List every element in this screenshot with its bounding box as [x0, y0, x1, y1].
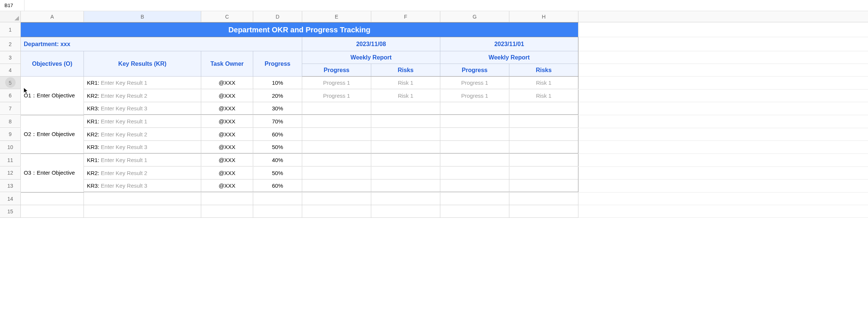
- cell-d14[interactable]: [253, 192, 302, 205]
- row-header-10[interactable]: 10: [0, 141, 21, 153]
- progress-cell-o1-2[interactable]: 20%: [253, 90, 302, 102]
- col-header-d[interactable]: D: [253, 11, 302, 22]
- cell-a14[interactable]: [21, 192, 84, 205]
- cell-a15[interactable]: [21, 205, 84, 218]
- cell-extra-5[interactable]: [578, 77, 868, 90]
- progress-cell-o1-1[interactable]: 10%: [253, 77, 302, 89]
- risks-sub-header-2[interactable]: Risks: [509, 64, 578, 77]
- progress-cell-o3-1[interactable]: 40%: [253, 154, 302, 166]
- col-header-h[interactable]: H: [509, 11, 578, 22]
- department-cell[interactable]: Department: xxx: [21, 37, 302, 51]
- cell-f14[interactable]: [371, 192, 440, 205]
- progress-cell-o2-1[interactable]: 70%: [253, 115, 302, 128]
- progress-sub-header-2[interactable]: Progress: [440, 64, 509, 77]
- cell-e14[interactable]: [302, 192, 371, 205]
- report2-progress-o3-3[interactable]: [440, 179, 509, 192]
- row-header-15[interactable]: 15: [0, 205, 21, 218]
- cell-extra-10[interactable]: [578, 141, 868, 154]
- col-header-c[interactable]: C: [201, 11, 253, 22]
- row-header-6[interactable]: 6: [0, 90, 21, 102]
- cell-h15[interactable]: [509, 205, 578, 218]
- cell-extra-6[interactable]: [578, 90, 868, 103]
- report2-progress-o3-2[interactable]: [440, 167, 509, 179]
- owner-cell-o1-2[interactable]: @XXX: [201, 90, 253, 102]
- report1-progress-o2-2[interactable]: [302, 128, 371, 141]
- col-header-f[interactable]: F: [371, 11, 440, 22]
- report2-progress-o2-3[interactable]: [440, 141, 509, 153]
- report2-progress-o1-2[interactable]: Progress 1: [440, 90, 509, 102]
- report2-progress-o1-1[interactable]: Progress 1: [440, 77, 509, 89]
- report1-progress-o2-3[interactable]: [302, 141, 371, 153]
- cell-extra-1[interactable]: [578, 22, 868, 37]
- objective-cell-3[interactable]: O3：Enter Objective: [21, 154, 84, 192]
- cell-c15[interactable]: [201, 205, 253, 218]
- date-cell-1[interactable]: 2023/11/08: [302, 37, 440, 51]
- cell-extra-8[interactable]: [578, 115, 868, 128]
- report1-risk-o1-3[interactable]: [371, 102, 440, 115]
- col-header-e[interactable]: E: [302, 11, 371, 22]
- row-header-8[interactable]: 8: [0, 115, 21, 128]
- kr-cell-o2-1[interactable]: KR1: Enter Key Result 1: [84, 115, 201, 128]
- report1-progress-o3-1[interactable]: [302, 154, 371, 166]
- row-header-14[interactable]: 14: [0, 192, 21, 205]
- report2-progress-o2-1[interactable]: [440, 115, 509, 128]
- report1-risk-o2-2[interactable]: [371, 128, 440, 141]
- objective-cell-2[interactable]: O2：Enter Objective: [21, 115, 84, 154]
- owner-cell-o3-3[interactable]: @XXX: [201, 179, 253, 192]
- report1-risk-o1-1[interactable]: Risk 1: [371, 77, 440, 89]
- report1-progress-o1-2[interactable]: Progress 1: [302, 90, 371, 102]
- report2-risk-o2-1[interactable]: [509, 115, 578, 128]
- cell-extra-11[interactable]: [578, 154, 868, 167]
- cell-h14[interactable]: [509, 192, 578, 205]
- kr-cell-o2-3[interactable]: KR3: Enter Key Result 3: [84, 141, 201, 153]
- progress-sub-header-1[interactable]: Progress: [302, 64, 371, 77]
- row-header-4[interactable]: 4: [0, 64, 21, 77]
- report1-risk-o2-1[interactable]: [371, 115, 440, 128]
- progress-header[interactable]: Progress: [253, 51, 302, 77]
- kr-cell-o3-3[interactable]: KR3: Enter Key Result 3: [84, 179, 201, 192]
- report2-risk-o2-2[interactable]: [509, 128, 578, 141]
- report1-progress-o2-1[interactable]: [302, 115, 371, 128]
- report2-risk-o3-1[interactable]: [509, 154, 578, 166]
- owner-cell-o2-3[interactable]: @XXX: [201, 141, 253, 153]
- report2-risk-o1-2[interactable]: Risk 1: [509, 90, 578, 102]
- report2-progress-o1-3[interactable]: [440, 102, 509, 115]
- col-header-a[interactable]: A: [21, 11, 84, 22]
- owner-cell-o3-1[interactable]: @XXX: [201, 154, 253, 166]
- progress-cell-o3-3[interactable]: 60%: [253, 179, 302, 192]
- cell-extra-7[interactable]: [578, 102, 868, 115]
- report1-risk-o2-3[interactable]: [371, 141, 440, 153]
- cell-extra-9[interactable]: [578, 128, 868, 141]
- row-header-9[interactable]: 9: [0, 128, 21, 141]
- owner-cell-o1-1[interactable]: @XXX: [201, 77, 253, 89]
- col-header-b[interactable]: B: [84, 11, 201, 22]
- kr-cell-o1-1[interactable]: KR1: Enter Key Result 1: [84, 77, 201, 89]
- date-cell-2[interactable]: 2023/11/01: [440, 37, 578, 51]
- cell-extra-13[interactable]: [578, 179, 868, 192]
- objective-cell-1[interactable]: O1：Enter Objective: [21, 77, 84, 115]
- cell-reference-input[interactable]: B17: [0, 0, 25, 11]
- report2-risk-o1-1[interactable]: Risk 1: [509, 77, 578, 89]
- objectives-header[interactable]: Objectives (O): [21, 51, 84, 77]
- progress-cell-o1-3[interactable]: 30%: [253, 102, 302, 115]
- cell-extra-15[interactable]: [578, 205, 868, 218]
- cell-extra-3[interactable]: [578, 51, 868, 64]
- cell-d15[interactable]: [253, 205, 302, 218]
- kr-cell-o2-2[interactable]: KR2: Enter Key Result 2: [84, 128, 201, 141]
- progress-cell-o2-3[interactable]: 50%: [253, 141, 302, 153]
- row-header-2[interactable]: 2: [0, 37, 21, 51]
- cell-g14[interactable]: [440, 192, 509, 205]
- report2-progress-o3-1[interactable]: [440, 154, 509, 166]
- report1-progress-o1-1[interactable]: Progress 1: [302, 77, 371, 89]
- progress-cell-o3-2[interactable]: 50%: [253, 167, 302, 179]
- cell-b14[interactable]: [84, 192, 201, 205]
- owner-cell-o2-1[interactable]: @XXX: [201, 115, 253, 128]
- report1-risk-o1-2[interactable]: Risk 1: [371, 90, 440, 102]
- progress-cell-o2-2[interactable]: 60%: [253, 128, 302, 141]
- report1-progress-o1-3[interactable]: [302, 102, 371, 115]
- report1-progress-o3-2[interactable]: [302, 167, 371, 179]
- kr-cell-o3-2[interactable]: KR2: Enter Key Result 2: [84, 167, 201, 179]
- owner-cell-o2-2[interactable]: @XXX: [201, 128, 253, 141]
- row-header-3[interactable]: 3: [0, 51, 21, 64]
- weekly-report-header-2[interactable]: Weekly Report: [440, 51, 578, 64]
